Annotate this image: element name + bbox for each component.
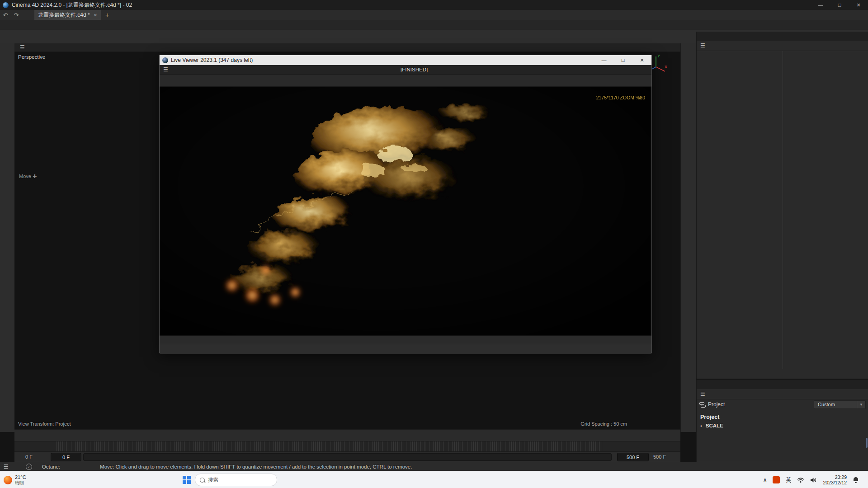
live-viewer-toolbar [160,75,651,87]
grid-spacing-label: Grid Spacing : 50 cm [580,421,627,427]
attributes-heading: Project [697,411,868,421]
render-statistics [160,344,651,354]
attributes-object-label: Project [708,401,725,408]
main-menubar [0,20,868,30]
preset-dropdown[interactable]: Custom ▼ [814,400,866,409]
range-end-label: 500 F [653,454,666,460]
window-titlebar: Cinema 4D 2024.2.0 - [龙置换最终文件.c4d *] - 0… [0,0,868,10]
undo-icon[interactable]: ↶ [0,12,11,19]
status-ok-icon: ✓ [26,464,32,470]
clock-time: 23:29 [835,474,847,480]
render-passes-tabs [160,335,651,344]
close-tab-icon[interactable]: ✕ [94,13,97,18]
live-viewer-titlebar[interactable]: Live Viewer 2023.1 (347 days left) — □ ✕ [160,55,651,65]
weather-widget[interactable]: 21°C 晴朗 [0,474,58,485]
attr-menu-icon[interactable]: ☰ [697,391,709,397]
search-input[interactable]: 搜索 [195,474,277,486]
lv-close-button[interactable]: ✕ [632,55,651,65]
volume-icon[interactable] [810,477,817,483]
document-tab-label: 龙置换最终文件.c4d * [38,11,90,19]
document-tab[interactable]: 龙置换最终文件.c4d * ✕ [34,10,101,20]
cinema4d-app: Cinema 4D 2024.2.0 - [龙置换最终文件.c4d *] - 0… [0,0,868,488]
range-start-label: 0 F [25,454,33,460]
viewport-camera-label: Perspective [18,54,45,60]
wifi-icon[interactable] [797,477,804,483]
axis-x-label: X [665,65,667,69]
chevron-right-icon: › [700,423,702,428]
viewport-menubar: ☰ [14,43,680,52]
attributes-menubar: ☰ [697,389,868,399]
attributes-object-row: Project Custom ▼ [697,399,868,409]
minimize-button[interactable]: — [811,0,830,10]
left-tool-palette [0,43,15,432]
taskbar-clock[interactable]: 23:29 2023/12/12 [823,474,847,485]
attributes-scrollbar[interactable] [866,438,868,448]
status-bar: ☰ ✓ Octane: Move: Click and drag to move… [0,462,868,471]
live-viewer-title: Live Viewer 2023.1 (347 days left) [171,57,253,63]
tray-app-icon[interactable] [773,476,780,483]
notification-bell-icon[interactable] [853,477,860,483]
lv-menu-icon[interactable]: ☰ [160,66,172,73]
timeline: 0 F 0 F 500 F 500 F [14,429,680,462]
status-message: Move: Click and drag to move elements. H… [100,464,412,469]
range-end-field[interactable]: 500 F [617,453,649,461]
timeline-range-bar[interactable] [83,453,612,461]
weather-icon [4,476,12,484]
redo-icon[interactable]: ↷ [11,12,22,19]
attributes-tabs [697,380,868,389]
render-zoom-info: 2175*1170 ZOOM:%80 [596,95,645,100]
maximize-button[interactable]: □ [830,0,849,10]
timeline-ruler[interactable] [14,441,680,452]
viewport-menu-icon[interactable]: ☰ [16,44,28,51]
c4d-app-icon [3,2,9,8]
window-title: Cinema 4D 2024.2.0 - [龙置换最终文件.c4d *] - 0… [12,1,132,9]
scale-section-header[interactable]: › SCALE [697,421,868,430]
lv-maximize-button[interactable]: □ [613,55,632,65]
object-manager-menubar: ☰ [697,41,868,51]
search-icon [200,478,205,483]
object-manager-tabs [697,32,868,41]
tray-expand-icon[interactable]: ∧ [763,477,767,483]
timeline-range-row: 0 F 0 F 500 F 500 F [14,452,680,462]
timeline-controls [14,430,680,441]
clock-date: 2023/12/12 [823,480,847,485]
document-tabbar: ↶ ↷ 龙置换最终文件.c4d * ✕ + [0,10,868,20]
octane-logo-icon [162,57,168,63]
ime-indicator[interactable]: 英 [786,476,791,484]
status-menu-icon[interactable]: ☰ [0,464,12,470]
object-manager: ☰ [696,32,868,379]
status-tool-label: Octane: [42,464,60,469]
render-finished-status: [FINISHED] [401,67,428,72]
render-view[interactable]: 2175*1170 ZOOM:%80 [160,87,651,335]
new-tab-button[interactable]: + [101,11,113,19]
axis-y-label: Y [657,54,660,58]
attributes-panel: ☰ Project Custom ▼ Project › SCALE [696,380,868,462]
live-viewer-menubar: ☰ [FINISHED] [160,65,651,75]
weather-temp: 21°C [15,474,26,480]
view-transform-label: View Transform: Project [18,421,71,427]
range-start-field[interactable]: 0 F [51,453,81,461]
preset-value: Custom [814,400,857,409]
object-tree [697,51,868,369]
move-tool-hint: Move ✚ [19,174,37,179]
windows-taskbar: 21°C 晴朗 搜索 ∧ 英 [0,471,868,488]
system-tray: ∧ 英 23:29 2023/12/12 [763,474,868,485]
close-button[interactable]: ✕ [849,0,868,10]
weather-desc: 晴朗 [15,480,26,485]
render-image [160,87,651,335]
lv-minimize-button[interactable]: — [594,55,613,65]
om-menu-icon[interactable]: ☰ [697,42,709,49]
chevron-down-icon: ▼ [857,400,866,409]
search-placeholder: 搜索 [208,477,218,483]
command-palette [680,43,696,432]
live-viewer-window: Live Viewer 2023.1 (347 days left) — □ ✕… [159,55,652,353]
project-icon [699,402,705,408]
start-button[interactable] [183,476,191,484]
